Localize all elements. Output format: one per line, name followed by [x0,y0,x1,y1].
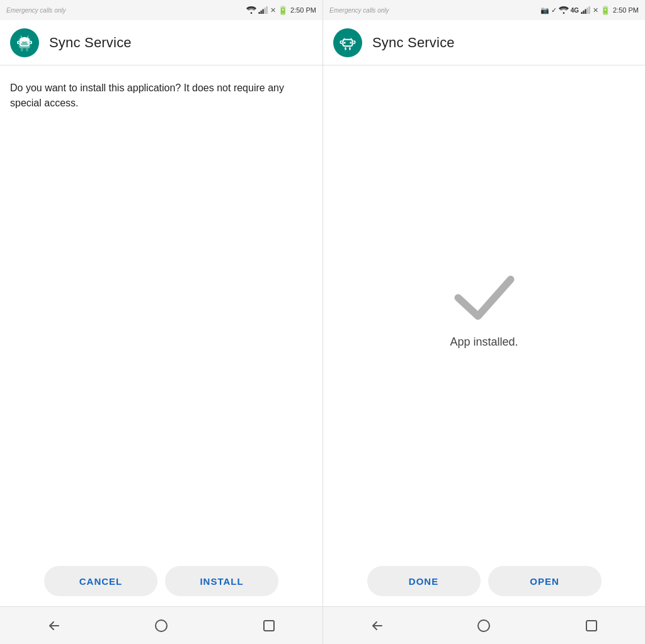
right-app-icon [333,28,362,57]
no-signal-icon: ✕ [270,6,276,14]
left-app-title: Sync Service [49,35,132,51]
installed-label: App installed. [450,336,518,349]
svg-point-10 [156,620,167,631]
right-recents-button[interactable] [580,614,603,637]
svg-rect-14 [583,11,585,14]
installed-area: App installed. [333,81,635,541]
svg-point-18 [344,42,346,43]
left-time: 2:50 PM [290,6,316,14]
right-recents-icon [585,619,598,632]
check-notif-icon: ✓ [551,6,557,14]
right-app-title: Sync Service [372,35,455,51]
left-home-button[interactable] [150,614,173,637]
left-bottom-buttons: CANCEL INSTALL [0,556,322,606]
left-status-icons: ✕ 🔋 [246,6,288,15]
install-description: Do you want to install this application?… [10,81,312,111]
right-status-right: 📷 ✓ 4G ✕ 🔋 [540,6,639,15]
left-phone-panel: Emergency calls only ✕ [0,0,322,644]
svg-rect-2 [261,11,262,14]
right-app-content: App installed. [323,65,645,556]
right-no-signal-icon: ✕ [593,6,598,14]
right-status-left: Emergency calls only [329,7,389,14]
right-back-icon [369,618,384,633]
left-back-button[interactable] [42,614,65,637]
lte-icon: 4G [571,7,579,14]
right-back-button[interactable] [365,614,388,637]
right-status-bar: Emergency calls only 📷 ✓ 4G [323,0,645,20]
svg-rect-15 [585,9,586,14]
right-nav-bar [323,606,645,644]
cancel-button[interactable]: CANCEL [44,566,157,596]
svg-rect-5 [266,6,268,14]
svg-point-23 [478,620,489,631]
done-button[interactable]: DONE [367,566,481,596]
right-android-icon [339,34,357,52]
svg-point-19 [350,42,351,43]
wifi-icon [246,6,256,14]
right-signal-icon [581,6,591,14]
open-button[interactable]: OPEN [488,566,602,596]
left-app-icon [10,28,39,57]
left-status-right: ✕ 🔋 2:50 PM [246,6,316,15]
photo-icon: 📷 [540,6,549,14]
svg-rect-11 [264,621,274,631]
right-app-header: Sync Service [323,20,645,65]
svg-rect-21 [345,47,346,50]
left-recents-button[interactable] [258,614,280,637]
right-battery-icon: 🔋 [600,6,610,15]
left-status-bar: Emergency calls only ✕ [0,0,322,20]
svg-rect-4 [265,8,266,14]
recents-icon [263,619,275,632]
right-carrier-text: Emergency calls only [329,7,389,14]
install-button[interactable]: INSTALL [165,566,278,596]
svg-point-0 [251,12,253,14]
android-icon [16,34,33,52]
battery-icon: 🔋 [278,6,288,15]
left-carrier-text: Emergency calls only [6,7,66,14]
left-app-header: Sync Service [0,20,322,65]
svg-rect-1 [259,12,260,14]
svg-rect-24 [586,621,596,631]
svg-rect-13 [581,12,583,14]
home-icon [154,618,169,633]
signal-icon [258,6,268,14]
right-home-button[interactable] [472,614,495,637]
svg-point-12 [562,12,564,14]
right-time: 2:50 PM [613,6,639,14]
svg-rect-22 [349,47,350,50]
left-nav-bar [0,606,322,644]
right-status-icons: 📷 ✓ 4G ✕ 🔋 [540,6,610,15]
svg-rect-16 [587,8,588,14]
left-status-left: Emergency calls only [6,7,66,14]
right-wifi-icon [559,6,569,14]
right-home-icon [476,618,491,633]
svg-rect-17 [589,6,590,14]
svg-point-8 [27,42,28,43]
svg-rect-3 [263,9,264,14]
back-icon [46,618,61,633]
left-app-content: Do you want to install this application?… [0,65,322,556]
right-phone-panel: Emergency calls only 📷 ✓ 4G [322,0,645,644]
svg-point-7 [21,42,22,43]
installed-checkmark-icon [453,273,516,323]
right-bottom-buttons: DONE OPEN [323,556,645,606]
